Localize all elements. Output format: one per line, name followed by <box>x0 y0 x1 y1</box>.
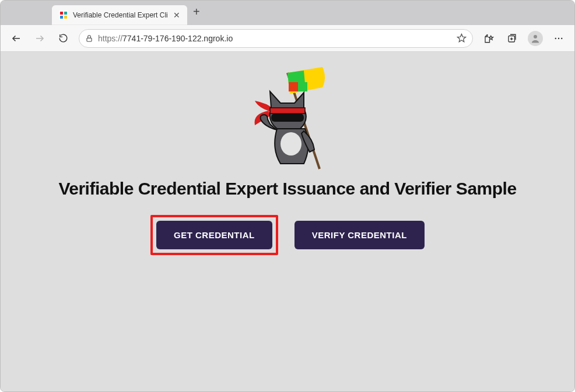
verify-credential-button[interactable]: VERIFY CREDENTIAL <box>294 221 425 249</box>
svg-rect-1 <box>60 12 63 15</box>
page-title: Verifiable Credential Expert Issuance an… <box>58 178 516 200</box>
svg-point-23 <box>281 132 301 156</box>
svg-rect-18 <box>289 82 298 91</box>
svg-point-13 <box>534 35 537 38</box>
url-host: 7741-79-176-190-122.ngrok.io <box>122 34 233 43</box>
add-favorite-icon[interactable] <box>457 33 467 43</box>
page-content: Verifiable Credential Expert Issuance an… <box>1 52 574 255</box>
svg-rect-3 <box>60 16 63 19</box>
collections-button[interactable] <box>504 31 520 46</box>
tab-close-icon[interactable]: ✕ <box>173 10 180 20</box>
button-row: GET CREDENTIAL VERIFY CREDENTIAL <box>150 215 425 255</box>
browser-window: Verifiable Credential Expert Cli ✕ + htt… <box>0 0 575 392</box>
toolbar: https://7741-79-176-190-122.ngrok.io <box>1 25 574 52</box>
svg-marker-8 <box>457 34 465 41</box>
more-button[interactable] <box>551 31 566 46</box>
tab-title: Verifiable Credential Expert Cli <box>73 11 169 19</box>
favicon-icon <box>59 10 68 20</box>
svg-point-14 <box>555 37 556 38</box>
svg-point-16 <box>561 37 562 38</box>
get-credential-highlight: GET CREDENTIAL <box>150 215 278 255</box>
page-viewport: Verifiable Credential Expert Issuance an… <box>1 52 574 391</box>
url-text[interactable]: https://7741-79-176-190-122.ngrok.io <box>98 34 452 43</box>
profile-button[interactable] <box>528 31 543 46</box>
address-bar[interactable]: https://7741-79-176-190-122.ngrok.io <box>79 29 473 48</box>
svg-marker-9 <box>489 36 493 40</box>
ninja-cat-hero-icon <box>235 55 340 172</box>
avatar-icon <box>528 31 543 46</box>
svg-rect-2 <box>64 12 67 15</box>
refresh-button[interactable] <box>55 31 71 46</box>
svg-rect-7 <box>87 38 92 41</box>
svg-point-15 <box>558 37 559 38</box>
favorites-button[interactable] <box>481 31 496 46</box>
svg-rect-22 <box>271 114 304 122</box>
tab-strip: Verifiable Credential Expert Cli ✕ + <box>1 1 574 25</box>
svg-rect-4 <box>64 16 67 19</box>
svg-rect-19 <box>298 82 307 91</box>
back-button[interactable] <box>9 31 24 46</box>
new-tab-button[interactable]: + <box>193 5 200 21</box>
url-scheme: https:// <box>98 34 122 43</box>
svg-rect-21 <box>270 108 305 114</box>
site-lock-icon[interactable] <box>85 34 93 43</box>
browser-tab[interactable]: Verifiable Credential Expert Cli ✕ <box>52 5 187 25</box>
forward-button[interactable] <box>32 31 47 46</box>
get-credential-button[interactable]: GET CREDENTIAL <box>156 221 272 249</box>
